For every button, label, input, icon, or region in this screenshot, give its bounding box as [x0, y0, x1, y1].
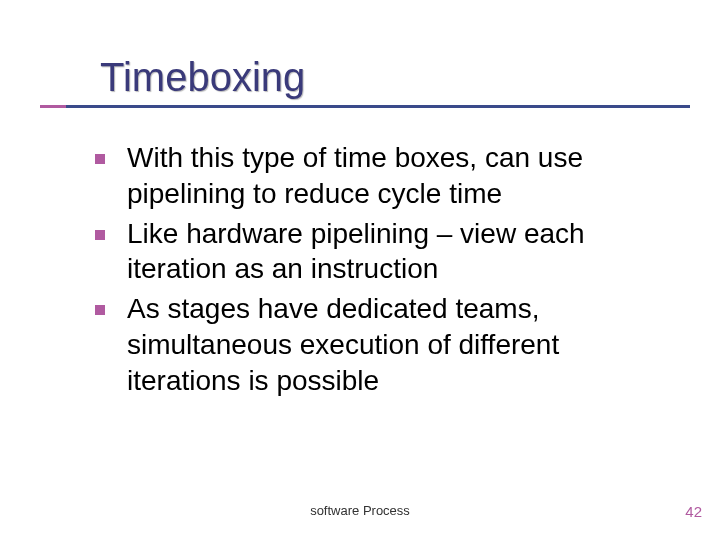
bullet-text: With this type of time boxes, can use pi… [127, 140, 660, 212]
slide: Timeboxing With this type of time boxes,… [0, 0, 720, 540]
bullet-item: Like hardware pipelining – view each ite… [95, 216, 660, 288]
bullet-item: As stages have dedicated teams, simultan… [95, 291, 660, 398]
slide-title: Timeboxing [0, 55, 720, 99]
title-underline [40, 105, 690, 108]
title-area: Timeboxing [0, 55, 720, 108]
underline-accent [40, 105, 66, 108]
square-bullet-icon [95, 230, 105, 240]
body-area: With this type of time boxes, can use pi… [95, 140, 660, 403]
underline-main [66, 105, 690, 108]
square-bullet-icon [95, 154, 105, 164]
footer-text: software Process [0, 503, 720, 518]
square-bullet-icon [95, 305, 105, 315]
bullet-text: Like hardware pipelining – view each ite… [127, 216, 660, 288]
page-number: 42 [685, 503, 702, 520]
bullet-item: With this type of time boxes, can use pi… [95, 140, 660, 212]
bullet-text: As stages have dedicated teams, simultan… [127, 291, 660, 398]
